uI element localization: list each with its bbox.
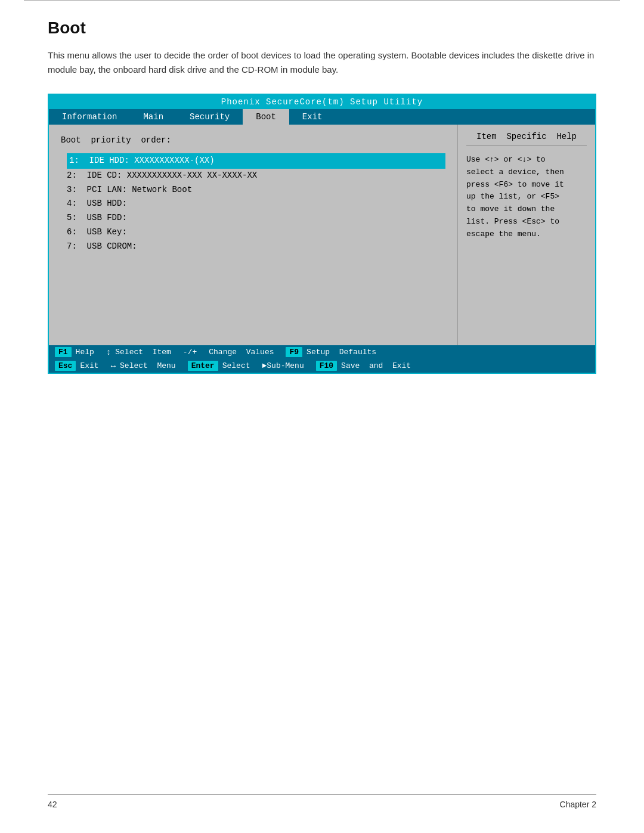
key-f9: F9 (286, 347, 302, 357)
key-f1: F1 (55, 347, 72, 357)
boot-item-4[interactable]: 4: USB HDD: (67, 197, 445, 211)
nav-exit[interactable]: Exit (289, 109, 336, 125)
footer-page-number: 42 (48, 800, 57, 809)
key-enter: Enter (188, 361, 218, 371)
label-select: Select (222, 361, 250, 370)
label-submenu: ►Sub-Menu (262, 361, 304, 370)
nav-boot[interactable]: Boot (243, 109, 289, 125)
boot-section-title: Boot priority order: (61, 135, 445, 145)
page-description: This menu allows the user to decide the … (48, 48, 596, 77)
label-select-item: Select Item (115, 348, 171, 357)
bios-statusbar: F1 Help ↕ Select Item -/+ Change Values … (49, 345, 595, 373)
help-text: Use <↑> or <↓> to select a device, then … (466, 154, 587, 241)
help-title: Item Specific Help (466, 132, 587, 145)
nav-security[interactable]: Security (177, 109, 243, 125)
page-footer: 42 Chapter 2 (48, 794, 596, 809)
key-f10: F10 (316, 361, 337, 371)
icon-leftright: ↔ (111, 361, 116, 371)
label-save-exit: Save and Exit (341, 361, 411, 370)
boot-item-1[interactable]: 1: IDE HDD: XXXXXXXXXXX-(XX) (67, 153, 445, 169)
label-setup-defaults: Setup Defaults (306, 348, 376, 357)
boot-list: 1: IDE HDD: XXXXXXXXXXX-(XX) 2: IDE CD: … (61, 153, 445, 254)
label-change-values: Change Values (209, 348, 274, 357)
nav-information[interactable]: Information (49, 109, 130, 125)
label-minus-plus: -/+ (183, 348, 197, 357)
bios-main-area: Boot priority order: 1: IDE HDD: XXXXXXX… (49, 125, 595, 345)
key-esc: Esc (55, 361, 76, 371)
bios-navbar: Information Main Security Boot Exit (49, 109, 595, 125)
boot-item-3[interactable]: 3: PCI LAN: Network Boot (67, 183, 445, 197)
bios-right-panel: Item Specific Help Use <↑> or <↓> to sel… (458, 125, 595, 345)
boot-item-7[interactable]: 7: USB CDROM: (67, 240, 445, 254)
bios-container: Phoenix SecureCore(tm) Setup Utility Inf… (48, 94, 596, 374)
boot-item-2[interactable]: 2: IDE CD: XXXXXXXXXXX-XXX XX-XXXX-XX (67, 169, 445, 183)
page-title: Boot (48, 18, 596, 38)
status-row-2: Esc Exit ↔ Select Menu Enter Select ►Sub… (49, 359, 595, 373)
bios-titlebar: Phoenix SecureCore(tm) Setup Utility (49, 95, 595, 109)
label-select-menu: Select Menu (120, 361, 176, 370)
icon-updown: ↕ (106, 348, 111, 357)
boot-item-6[interactable]: 6: USB Key: (67, 225, 445, 240)
nav-main[interactable]: Main (130, 109, 177, 125)
footer-chapter: Chapter 2 (560, 800, 596, 809)
status-row-1: F1 Help ↕ Select Item -/+ Change Values … (49, 345, 595, 359)
bios-left-panel: Boot priority order: 1: IDE HDD: XXXXXXX… (49, 125, 458, 345)
boot-item-5[interactable]: 5: USB FDD: (67, 211, 445, 225)
label-help: Help (76, 348, 94, 357)
label-exit: Exit (80, 361, 98, 370)
